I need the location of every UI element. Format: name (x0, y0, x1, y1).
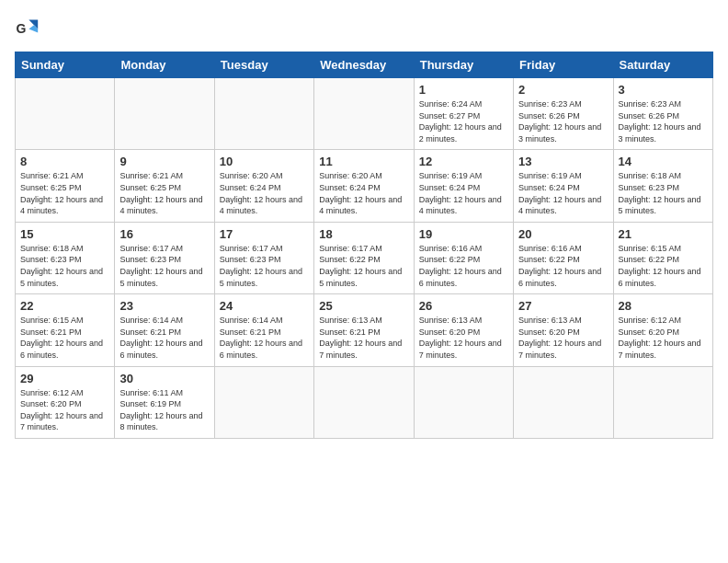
calendar-cell: 25Sunrise: 6:13 AMSunset: 6:21 PMDayligh… (314, 294, 414, 366)
weekday-sunday: Sunday (16, 52, 115, 78)
logo-icon: G (15, 15, 40, 40)
calendar-cell: 24Sunrise: 6:14 AMSunset: 6:21 PMDayligh… (214, 294, 313, 366)
day-info: Sunrise: 6:23 AMSunset: 6:26 PMDaylight:… (518, 98, 608, 144)
calendar-cell: 29Sunrise: 6:12 AMSunset: 6:20 PMDayligh… (16, 366, 115, 438)
day-info: Sunrise: 6:20 AMSunset: 6:24 PMDaylight:… (319, 170, 408, 216)
day-info: Sunrise: 6:24 AMSunset: 6:27 PMDaylight:… (419, 98, 508, 144)
day-info: Sunrise: 6:17 AMSunset: 6:23 PMDaylight:… (119, 243, 209, 289)
weekday-friday: Friday (514, 52, 613, 78)
day-number: 23 (119, 299, 209, 313)
calendar-cell: 9Sunrise: 6:21 AMSunset: 6:25 PMDaylight… (115, 150, 214, 222)
day-number: 27 (518, 299, 608, 313)
day-number: 30 (119, 372, 209, 385)
day-number: 29 (20, 372, 109, 385)
day-number: 14 (619, 155, 708, 168)
day-number: 28 (619, 299, 708, 313)
day-info: Sunrise: 6:15 AMSunset: 6:22 PMDaylight:… (619, 243, 708, 289)
week-row-2: 15Sunrise: 6:18 AMSunset: 6:23 PMDayligh… (16, 222, 713, 293)
calendar-cell: 14Sunrise: 6:18 AMSunset: 6:23 PMDayligh… (613, 150, 712, 222)
week-row-1: 8Sunrise: 6:21 AMSunset: 6:25 PMDaylight… (16, 150, 713, 222)
day-number: 3 (619, 83, 708, 97)
day-info: Sunrise: 6:14 AMSunset: 6:21 PMDaylight:… (119, 315, 209, 361)
weekday-monday: Monday (115, 52, 214, 78)
calendar-cell: 11Sunrise: 6:20 AMSunset: 6:24 PMDayligh… (314, 150, 414, 222)
day-number: 25 (319, 299, 408, 313)
day-number: 16 (119, 227, 209, 241)
day-info: Sunrise: 6:13 AMSunset: 6:21 PMDaylight:… (319, 315, 408, 361)
day-info: Sunrise: 6:16 AMSunset: 6:22 PMDaylight:… (419, 243, 508, 289)
calendar-cell (214, 78, 313, 150)
day-number: 12 (419, 155, 508, 168)
calendar-body: 1Sunrise: 6:24 AMSunset: 6:27 PMDaylight… (16, 78, 713, 439)
day-info: Sunrise: 6:23 AMSunset: 6:26 PMDaylight:… (619, 98, 708, 144)
day-number: 2 (518, 83, 608, 97)
day-number: 22 (20, 299, 109, 313)
day-info: Sunrise: 6:12 AMSunset: 6:20 PMDaylight:… (619, 315, 708, 361)
week-row-0: 1Sunrise: 6:24 AMSunset: 6:27 PMDaylight… (16, 78, 713, 150)
weekday-saturday: Saturday (613, 52, 712, 78)
calendar-cell: 19Sunrise: 6:16 AMSunset: 6:22 PMDayligh… (414, 222, 513, 293)
calendar-cell (314, 78, 414, 150)
calendar-cell: 13Sunrise: 6:19 AMSunset: 6:24 PMDayligh… (514, 150, 613, 222)
day-info: Sunrise: 6:13 AMSunset: 6:20 PMDaylight:… (419, 315, 508, 361)
day-info: Sunrise: 6:18 AMSunset: 6:23 PMDaylight:… (20, 243, 109, 289)
calendar-cell: 21Sunrise: 6:15 AMSunset: 6:22 PMDayligh… (613, 222, 712, 293)
day-info: Sunrise: 6:13 AMSunset: 6:20 PMDaylight:… (518, 315, 608, 361)
calendar-cell (314, 366, 414, 438)
calendar-cell (214, 366, 313, 438)
week-row-4: 29Sunrise: 6:12 AMSunset: 6:20 PMDayligh… (16, 366, 713, 438)
day-info: Sunrise: 6:14 AMSunset: 6:21 PMDaylight:… (220, 315, 309, 361)
calendar-cell (514, 366, 613, 438)
calendar-cell: 3Sunrise: 6:23 AMSunset: 6:26 PMDaylight… (613, 78, 712, 150)
calendar-cell: 23Sunrise: 6:14 AMSunset: 6:21 PMDayligh… (115, 294, 214, 366)
day-info: Sunrise: 6:18 AMSunset: 6:23 PMDaylight:… (619, 170, 708, 216)
day-number: 11 (319, 155, 408, 168)
calendar-cell: 17Sunrise: 6:17 AMSunset: 6:23 PMDayligh… (214, 222, 313, 293)
calendar-cell: 15Sunrise: 6:18 AMSunset: 6:23 PMDayligh… (16, 222, 115, 293)
calendar-cell: 26Sunrise: 6:13 AMSunset: 6:20 PMDayligh… (414, 294, 513, 366)
weekday-wednesday: Wednesday (314, 52, 414, 78)
svg-text:G: G (16, 21, 26, 36)
day-number: 15 (20, 227, 109, 241)
day-number: 19 (419, 227, 508, 241)
calendar-cell (115, 78, 214, 150)
calendar-cell (613, 366, 712, 438)
day-number: 10 (220, 155, 309, 168)
day-number: 1 (419, 83, 508, 97)
day-info: Sunrise: 6:12 AMSunset: 6:20 PMDaylight:… (20, 387, 109, 433)
calendar: SundayMondayTuesdayWednesdayThursdayFrid… (15, 52, 713, 439)
page-header: G (15, 15, 713, 40)
day-number: 21 (619, 227, 708, 241)
day-number: 26 (419, 299, 508, 313)
calendar-cell: 28Sunrise: 6:12 AMSunset: 6:20 PMDayligh… (613, 294, 712, 366)
calendar-cell (16, 78, 115, 150)
calendar-cell: 16Sunrise: 6:17 AMSunset: 6:23 PMDayligh… (115, 222, 214, 293)
day-info: Sunrise: 6:17 AMSunset: 6:23 PMDaylight:… (220, 243, 309, 289)
day-info: Sunrise: 6:21 AMSunset: 6:25 PMDaylight:… (119, 170, 209, 216)
weekday-header-row: SundayMondayTuesdayWednesdayThursdayFrid… (16, 52, 713, 78)
day-info: Sunrise: 6:19 AMSunset: 6:24 PMDaylight:… (419, 170, 508, 216)
calendar-cell: 1Sunrise: 6:24 AMSunset: 6:27 PMDaylight… (414, 78, 513, 150)
day-info: Sunrise: 6:17 AMSunset: 6:22 PMDaylight:… (319, 243, 408, 289)
calendar-cell: 12Sunrise: 6:19 AMSunset: 6:24 PMDayligh… (414, 150, 513, 222)
calendar-cell: 22Sunrise: 6:15 AMSunset: 6:21 PMDayligh… (16, 294, 115, 366)
day-number: 24 (220, 299, 309, 313)
calendar-cell: 30Sunrise: 6:11 AMSunset: 6:19 PMDayligh… (115, 366, 214, 438)
day-number: 17 (220, 227, 309, 241)
calendar-cell: 20Sunrise: 6:16 AMSunset: 6:22 PMDayligh… (514, 222, 613, 293)
day-number: 20 (518, 227, 608, 241)
day-number: 18 (319, 227, 408, 241)
calendar-cell: 2Sunrise: 6:23 AMSunset: 6:26 PMDaylight… (514, 78, 613, 150)
calendar-cell: 18Sunrise: 6:17 AMSunset: 6:22 PMDayligh… (314, 222, 414, 293)
day-number: 9 (119, 155, 209, 168)
day-number: 13 (518, 155, 608, 168)
day-info: Sunrise: 6:19 AMSunset: 6:24 PMDaylight:… (518, 170, 608, 216)
weekday-thursday: Thursday (414, 52, 513, 78)
day-info: Sunrise: 6:11 AMSunset: 6:19 PMDaylight:… (119, 387, 209, 433)
calendar-cell: 10Sunrise: 6:20 AMSunset: 6:24 PMDayligh… (214, 150, 313, 222)
weekday-tuesday: Tuesday (214, 52, 313, 78)
day-info: Sunrise: 6:16 AMSunset: 6:22 PMDaylight:… (518, 243, 608, 289)
day-info: Sunrise: 6:20 AMSunset: 6:24 PMDaylight:… (220, 170, 309, 216)
week-row-3: 22Sunrise: 6:15 AMSunset: 6:21 PMDayligh… (16, 294, 713, 366)
calendar-cell: 27Sunrise: 6:13 AMSunset: 6:20 PMDayligh… (514, 294, 613, 366)
